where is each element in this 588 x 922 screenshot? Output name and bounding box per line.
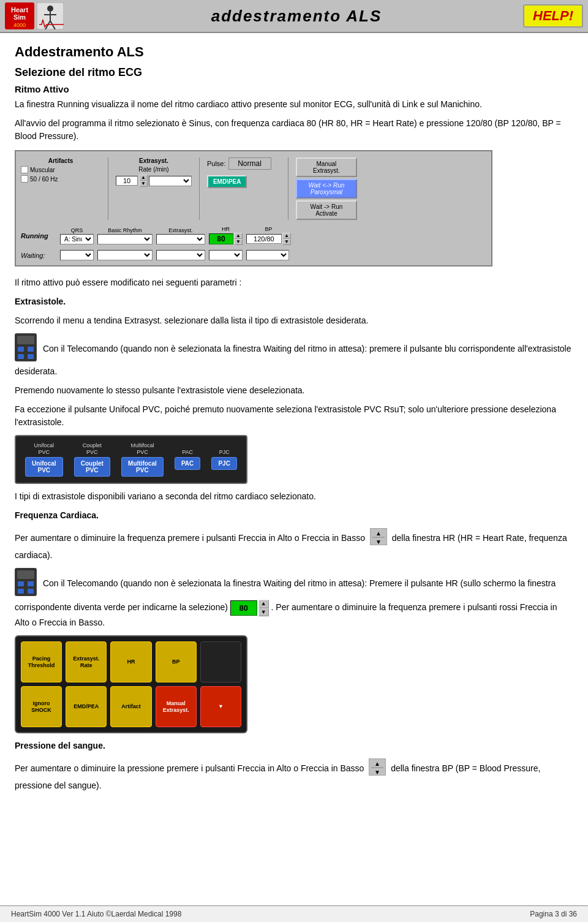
remote-extrasyst-rate[interactable]: Extrasyst.Rate: [66, 641, 107, 682]
svg-text:4000: 4000: [13, 22, 26, 28]
waiting-extrasyst-dropdown[interactable]: [156, 250, 205, 260]
section1-p1: La finestra Running visualizza il nome d…: [15, 98, 573, 111]
svg-text:Heart: Heart: [11, 6, 28, 13]
ecg-panel: Artifacts Muscular 50 / 60 Hz Extrasyst.…: [15, 150, 492, 266]
hr-value-display: 80: [209, 233, 233, 244]
logo-area: Heart Sim 4000: [5, 2, 64, 29]
freq-p1-block: Per aumentare o diminuire la frequenza p…: [15, 528, 573, 562]
extrasystole-buttons-panel: UnifocalPVC UnifocalPVC CoupletPVC Coupl…: [15, 435, 247, 484]
bp-arrow-icon: ▲ ▼: [369, 758, 386, 779]
hr-label: HR: [222, 226, 230, 232]
remote-down-arrow[interactable]: ▼: [200, 686, 241, 727]
extrasistole-p4: Fa eccezione il pulsante Unifocal PVC, p…: [15, 403, 573, 429]
main-content: Addestramento ALS Selezione del ritmo EC…: [0, 33, 588, 817]
remote-ignore-shock[interactable]: IgnoroSHOCK: [21, 686, 62, 727]
extrasistole-p3: Premendo nuovamente lo stesso pulsante l…: [15, 384, 573, 397]
bp-label: BP: [265, 226, 272, 232]
extrasyst-col-dropdown[interactable]: [156, 234, 205, 244]
extrasistole-p2: Con il Telecomando (quando non è selezio…: [15, 344, 571, 376]
running-label: Running: [21, 232, 56, 240]
hr-up-arrow[interactable]: ▲: [234, 233, 243, 239]
svg-text:Sim: Sim: [13, 13, 26, 21]
hz-checkbox[interactable]: [21, 175, 28, 183]
unifocal-pvc-btn: UnifocalPVC UnifocalPVC: [25, 442, 62, 477]
svg-point-5: [47, 6, 53, 12]
couplet-pvc-btn: CoupletPVC CoupletPVC: [74, 442, 110, 477]
p3: Il ritmo attivo può essere modificato ne…: [15, 276, 573, 289]
footer-right: Pagina 3 di 36: [530, 910, 577, 918]
svg-rect-25: [28, 589, 34, 594]
basic-rhythm-label: Basic Rhythm: [108, 227, 142, 233]
pressione-title: Pressione del sangue.: [15, 741, 105, 750]
muscular-checkbox[interactable]: [21, 166, 28, 173]
extrasyst-dropdown[interactable]: [149, 176, 192, 186]
rate-input[interactable]: [116, 176, 138, 186]
hr-down-arrow[interactable]: ▼: [234, 239, 243, 245]
waiting-hr-dropdown[interactable]: [209, 250, 243, 260]
rate-up-arrow[interactable]: ▲: [139, 175, 148, 181]
svg-rect-12: [18, 347, 24, 352]
pressione-p1-block: Per aumentare o diminuire la pressione p…: [15, 758, 573, 792]
remote-icon-2: [15, 568, 37, 600]
ritmo-attivo-title: Ritmo Attivo: [15, 84, 573, 94]
heart-logo-icon: Heart Sim 4000: [5, 2, 34, 29]
waiting-qrs-dropdown[interactable]: [60, 250, 94, 260]
remote-emd-pea[interactable]: EMD/PEA: [66, 686, 107, 727]
help-button[interactable]: HELP!: [523, 4, 583, 28]
manual-extrasyst-button[interactable]: ManualExtrasyst.: [296, 157, 357, 177]
remote-icon-1: [15, 333, 37, 365]
waiting-bp-dropdown[interactable]: [246, 250, 289, 260]
ecg-person-icon: [37, 2, 64, 29]
pac-btn: PAC PAC: [175, 449, 200, 470]
svg-text:▼: ▼: [374, 769, 380, 776]
ext-note: I tipi di extrasistole disponibili varia…: [15, 490, 573, 503]
wait-run-activate-button[interactable]: Wait -> RunActivate: [296, 200, 357, 220]
rate-label: Rate (/min): [116, 166, 192, 173]
svg-rect-23: [28, 581, 34, 586]
pulse-value: Normal: [228, 157, 271, 170]
remote-empty-1: [200, 641, 241, 682]
qrs-label: QRS: [71, 227, 83, 233]
emd-pea-button[interactable]: EMD\PEA: [207, 175, 247, 188]
muscular-label: Muscular: [30, 167, 55, 173]
remote-bp[interactable]: BP: [156, 641, 197, 682]
artifacts-label: Artifacts: [21, 157, 100, 164]
footer-left: HeartSim 4000 Ver 1.1 Aiuto ©Laerdal Med…: [11, 910, 181, 918]
svg-rect-14: [18, 354, 24, 359]
extrasyst-col-label: Extrasyst.: [168, 227, 193, 233]
pulse-label: Pulse:: [207, 160, 226, 167]
waiting-label: Waiting:: [21, 252, 56, 259]
remote-pacing-threshold[interactable]: PacingThreshold: [21, 641, 62, 682]
hr-arrow-icon: ▲ ▼: [370, 528, 387, 549]
bp-down-arrow[interactable]: ▼: [282, 239, 291, 245]
wait-run-paroxysmal-button[interactable]: Wait <-> RunParoxysmal: [296, 179, 357, 198]
footer: HeartSim 4000 Ver 1.1 Aiuto ©Laerdal Med…: [0, 905, 588, 922]
svg-rect-21: [17, 570, 34, 579]
hr-inline-up[interactable]: ▲: [258, 600, 269, 608]
extrasistole-title: Extrasistole.: [15, 297, 66, 306]
svg-text:▲: ▲: [374, 760, 380, 767]
waiting-rhythm-dropdown[interactable]: [97, 250, 153, 260]
qrs-dropdown[interactable]: A: Sinus: [60, 234, 94, 244]
rate-down-arrow[interactable]: ▼: [139, 181, 148, 187]
remote-control-panel: PacingThreshold Extrasyst.Rate HR BP Ign…: [15, 635, 247, 733]
svg-text:▼: ▼: [375, 538, 382, 545]
svg-text:▲: ▲: [375, 530, 382, 537]
bp-input[interactable]: [246, 234, 282, 244]
remote-artifact[interactable]: Artifact: [110, 686, 151, 727]
section1-p2: All'avvio del programma il ritmo selezio…: [15, 117, 573, 143]
svg-rect-22: [18, 581, 24, 586]
pressione-p1: Per aumentare o diminuire la pressione p…: [15, 763, 364, 773]
svg-rect-15: [28, 354, 34, 359]
hz-label: 50 / 60 Hz: [30, 176, 58, 183]
hr-inline-down[interactable]: ▼: [258, 608, 269, 617]
svg-rect-13: [28, 347, 34, 352]
remote-manual-extrasyst[interactable]: ManualExtrasyst.: [156, 686, 197, 727]
section1-title: Selezione del ritmo ECG: [15, 66, 573, 79]
bp-up-arrow[interactable]: ▲: [282, 233, 291, 239]
extrasyst-label: Extrasyst.: [116, 157, 192, 164]
page-title: Addestramento ALS: [15, 44, 573, 60]
basic-rhythm-dropdown[interactable]: [97, 234, 153, 244]
remote-hr[interactable]: HR: [110, 641, 151, 682]
multifocal-pvc-btn: MultifocalPVC MultifocalPVC: [121, 442, 164, 477]
